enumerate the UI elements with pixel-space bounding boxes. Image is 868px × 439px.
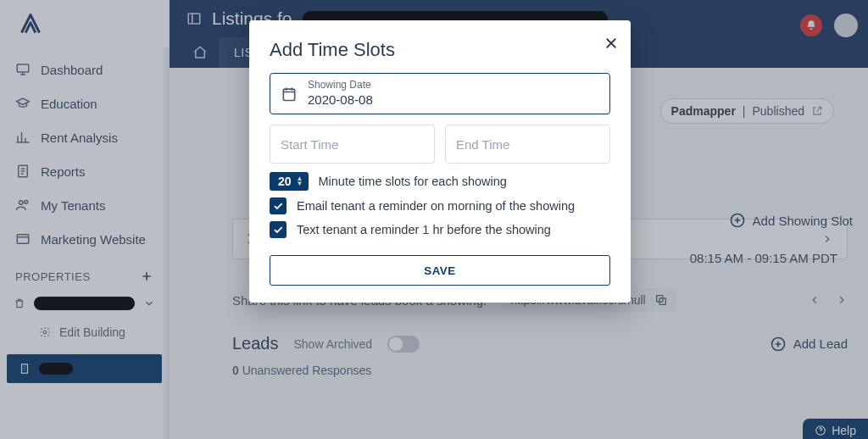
field-label: Showing Date	[308, 79, 599, 91]
slot-minutes-stepper[interactable]: 20 ▲▼	[270, 172, 309, 191]
showing-date-field[interactable]: Showing Date 2020-08-08	[270, 73, 610, 114]
option-label: Email tenant a reminder on morning of th…	[297, 199, 575, 213]
stepper-arrows-icon: ▲▼	[297, 176, 303, 186]
modal-title: Add Time Slots	[270, 39, 610, 61]
option-label: Text tenant a reminder 1 hr before the s…	[297, 223, 551, 236]
text-reminder-row[interactable]: Text tenant a reminder 1 hr before the s…	[270, 221, 610, 238]
close-icon[interactable]	[604, 36, 619, 51]
add-time-slots-modal: Add Time Slots Showing Date 2020-08-08 S…	[249, 20, 631, 303]
field-value: 2020-08-08	[308, 92, 599, 107]
start-time-input[interactable]: Start Time	[270, 125, 435, 164]
slot-minutes-label: Minute time slots for each showing	[319, 175, 507, 188]
calendar-icon	[281, 86, 298, 103]
placeholder-text: Start Time	[281, 137, 338, 152]
checkbox-checked-icon[interactable]	[270, 197, 287, 214]
save-button[interactable]: SAVE	[270, 255, 610, 286]
svg-rect-13	[283, 89, 294, 100]
checkbox-checked-icon[interactable]	[270, 221, 287, 238]
placeholder-text: End Time	[456, 137, 509, 152]
end-time-input[interactable]: End Time	[445, 125, 610, 164]
email-reminder-row[interactable]: Email tenant a reminder on morning of th…	[270, 197, 610, 214]
time-range-row: Start Time End Time	[270, 125, 610, 164]
slot-length-row: 20 ▲▼ Minute time slots for each showing	[270, 172, 610, 191]
slot-minutes-value: 20	[278, 175, 292, 188]
